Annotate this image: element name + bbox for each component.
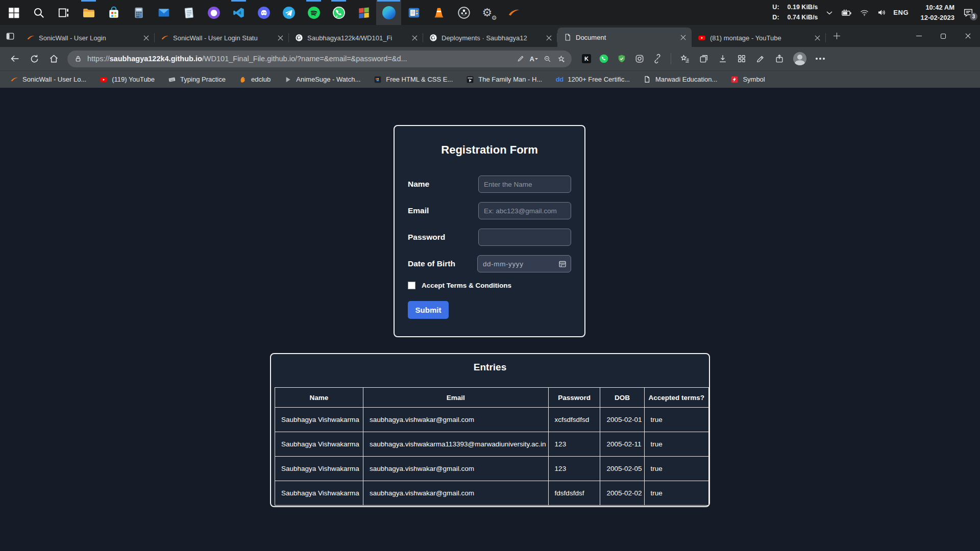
accept-terms-checkbox[interactable]	[408, 282, 415, 289]
tab-youtube[interactable]: (81) montage - YouTube	[692, 29, 826, 47]
tab-close-button[interactable]	[276, 33, 285, 42]
taskbar-github[interactable]	[201, 0, 226, 25]
wifi-icon[interactable]	[859, 7, 870, 18]
url-text[interactable]: https://saubhagya122k4.github.io/WD101_F…	[87, 55, 511, 63]
start-button[interactable]	[1, 0, 26, 25]
file-explorer-icon	[82, 6, 95, 19]
link-extension-icon[interactable]	[652, 54, 663, 64]
taskbar-telegram[interactable]	[276, 0, 301, 25]
web-page-content: Registration Form Name Email Password Da…	[0, 88, 980, 551]
table-row: Saubhagya Vishwakarma saubhagya.vishwaka…	[275, 457, 709, 481]
tab-title: SonicWall - User Login Statu	[173, 34, 272, 42]
cell-accepted: true	[644, 432, 709, 457]
battery-icon[interactable]	[841, 7, 852, 18]
taskbar-notepad[interactable]	[176, 0, 201, 25]
whatsapp-extension-icon[interactable]	[599, 54, 609, 64]
refresh-button[interactable]	[24, 49, 44, 68]
volume-icon[interactable]	[876, 7, 887, 18]
tab-close-button[interactable]	[544, 33, 553, 42]
address-bar[interactable]: https://saubhagya122k4.github.io/WD101_F…	[67, 51, 572, 67]
taskbar-discord[interactable]	[251, 0, 276, 25]
add-favorite-star-icon[interactable]	[556, 54, 566, 63]
bookmark-label: SonicWall - User Lo...	[22, 76, 86, 83]
taskbar-vlc[interactable]	[426, 0, 451, 25]
bookmark-free-html-css[interactable]: Free HTML & CSS E...	[369, 73, 458, 86]
taskbar-obs[interactable]	[451, 0, 476, 25]
tab-github-repo[interactable]: Saubhagya122k4/WD101_Fi	[289, 29, 423, 47]
share-button[interactable]	[774, 54, 785, 64]
downloads-button[interactable]	[718, 54, 728, 64]
password-input[interactable]	[478, 229, 571, 246]
name-input[interactable]	[478, 176, 571, 193]
tab-close-button[interactable]	[678, 33, 688, 42]
read-aloud-button[interactable]: A	[530, 55, 538, 63]
tab-close-button[interactable]	[813, 33, 822, 42]
tab-actions-menu-button[interactable]	[0, 28, 20, 44]
hidden-icons-chevron[interactable]	[824, 7, 835, 18]
profile-avatar[interactable]	[793, 52, 806, 65]
calendar-icon[interactable]	[558, 260, 567, 268]
maximize-button[interactable]	[931, 25, 955, 47]
taskbar-microsoft-store[interactable]	[101, 0, 126, 25]
taskbar-calculator[interactable]	[126, 0, 151, 25]
taskbar-spotify[interactable]	[301, 0, 326, 25]
taskbar-search-button[interactable]	[26, 0, 51, 25]
task-view-button[interactable]	[51, 0, 76, 25]
taskbar-vscode[interactable]	[226, 0, 251, 25]
news-widget-icon	[407, 6, 421, 19]
net-speed-monitor[interactable]: U: 0.19 KiB/s D: 0.74 KiB/s	[772, 3, 818, 22]
language-indicator[interactable]: ENG	[893, 9, 909, 16]
taskbar-whatsapp[interactable]	[326, 0, 351, 25]
bookmark-label: Marwadi Education...	[655, 76, 717, 83]
taskbar-clock[interactable]: 10:42 AM 12-02-2023	[915, 3, 954, 22]
home-button[interactable]	[44, 49, 63, 68]
k-extension-icon[interactable]: K	[582, 54, 591, 63]
taskbar-news[interactable]	[401, 0, 426, 25]
cell-dob: 2005-02-02	[600, 481, 644, 506]
settings-more-button[interactable]	[815, 54, 825, 64]
close-window-button[interactable]	[955, 25, 980, 47]
entries-table: Name Email Password DOB Accepted terms? …	[275, 387, 709, 506]
new-tab-button[interactable]	[829, 29, 844, 44]
taskbar-sonicwall[interactable]	[501, 0, 526, 25]
taskbar-edge-active[interactable]	[376, 0, 401, 25]
taskbar-windows-classic[interactable]	[351, 0, 376, 25]
favorites-button[interactable]	[680, 54, 690, 64]
action-center-button[interactable]: 3	[961, 5, 976, 20]
adblock-shield-extension-icon[interactable]	[617, 54, 627, 64]
submit-button[interactable]: Submit	[408, 301, 449, 319]
bookmark-family-man[interactable]: The Family Man - H...	[461, 73, 547, 86]
taskbar-file-explorer[interactable]	[76, 0, 101, 25]
bookmark-sonicwall[interactable]: SonicWall - User Lo...	[5, 73, 91, 86]
tab-sonicwall-status[interactable]: SonicWall - User Login Statu	[155, 29, 289, 47]
windows-classic-icon	[357, 6, 371, 19]
taskbar-mail[interactable]	[151, 0, 176, 25]
tab-close-button[interactable]	[410, 33, 419, 42]
bookmark-symbol[interactable]: Symbol	[725, 73, 770, 86]
instagram-extension-icon[interactable]	[634, 54, 645, 64]
email-input[interactable]	[478, 202, 571, 219]
tab-document-active[interactable]: Document	[557, 28, 692, 47]
tab-close-button[interactable]	[141, 33, 151, 42]
dob-input[interactable]	[477, 255, 571, 272]
apps-grid-button[interactable]	[737, 54, 747, 64]
spotify-icon	[307, 6, 321, 19]
tab-github-deployments[interactable]: Deployments · Saubhagya12	[423, 29, 557, 47]
edit-url-icon[interactable]	[516, 54, 525, 63]
bookmark-youtube[interactable]: (119) YouTube	[94, 73, 160, 86]
collections-button[interactable]	[699, 54, 709, 64]
bookmark-animesuge[interactable]: AnimeSuge - Watch...	[279, 73, 365, 86]
compose-pen-button[interactable]	[755, 54, 766, 64]
url-scheme: https://	[87, 55, 110, 63]
bookmark-free-certificates[interactable]: dd 1200+ Free Certific...	[550, 73, 635, 86]
zoom-out-icon[interactable]	[543, 54, 552, 63]
taskbar-settings[interactable]: ⚙⚙	[476, 0, 501, 25]
minimize-button[interactable]	[906, 25, 931, 47]
lock-icon[interactable]	[74, 54, 83, 63]
bookmark-marwadi-education[interactable]: Marwadi Education...	[638, 73, 722, 86]
back-button[interactable]	[5, 49, 24, 68]
bookmark-edclub[interactable]: edclub	[234, 73, 276, 86]
tab-sonicwall-login[interactable]: SonicWall - User Login	[20, 29, 155, 47]
sonicwall-favicon	[161, 34, 169, 42]
bookmark-typing-practice[interactable]: Typing Practice	[163, 73, 231, 86]
